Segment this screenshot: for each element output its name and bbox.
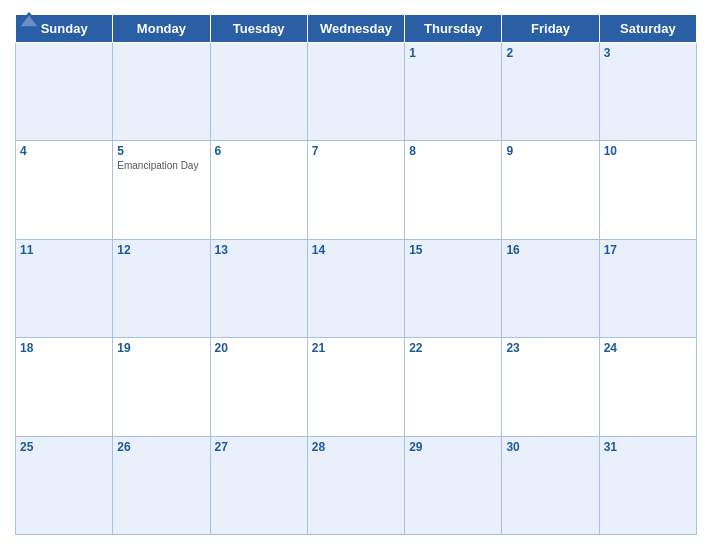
day-number: 14: [312, 243, 400, 257]
calendar-cell: 6: [210, 141, 307, 239]
calendar-cell: 12: [113, 239, 210, 337]
calendar-cell: 9: [502, 141, 599, 239]
day-headers-row: SundayMondayTuesdayWednesdayThursdayFrid…: [16, 15, 697, 43]
calendar-cell: 31: [599, 436, 696, 534]
day-number: 23: [506, 341, 594, 355]
week-row-2: 45Emancipation Day678910: [16, 141, 697, 239]
calendar-cell: 5Emancipation Day: [113, 141, 210, 239]
calendar-cell: 18: [16, 338, 113, 436]
day-number: 3: [604, 46, 692, 60]
day-number: 24: [604, 341, 692, 355]
calendar-cell: 25: [16, 436, 113, 534]
day-number: 22: [409, 341, 497, 355]
day-number: 20: [215, 341, 303, 355]
day-number: 21: [312, 341, 400, 355]
calendar-cell: 4: [16, 141, 113, 239]
day-header-wednesday: Wednesday: [307, 15, 404, 43]
day-number: 9: [506, 144, 594, 158]
day-header-friday: Friday: [502, 15, 599, 43]
logo: [15, 10, 46, 30]
day-number: 27: [215, 440, 303, 454]
calendar-cell: 2: [502, 43, 599, 141]
day-number: 19: [117, 341, 205, 355]
day-header-saturday: Saturday: [599, 15, 696, 43]
calendar-cell: 21: [307, 338, 404, 436]
day-header-tuesday: Tuesday: [210, 15, 307, 43]
calendar-cell: 10: [599, 141, 696, 239]
holiday-label: Emancipation Day: [117, 160, 205, 172]
calendar-cell: 3: [599, 43, 696, 141]
day-number: 6: [215, 144, 303, 158]
week-row-5: 25262728293031: [16, 436, 697, 534]
calendar-cell: [16, 43, 113, 141]
calendar-cell: 7: [307, 141, 404, 239]
day-number: 2: [506, 46, 594, 60]
calendar-cell: [307, 43, 404, 141]
day-number: 28: [312, 440, 400, 454]
logo-icon: [15, 10, 43, 30]
calendar-cell: 1: [405, 43, 502, 141]
calendar-cell: 19: [113, 338, 210, 436]
day-number: 31: [604, 440, 692, 454]
calendar-cell: 28: [307, 436, 404, 534]
day-number: 8: [409, 144, 497, 158]
day-header-monday: Monday: [113, 15, 210, 43]
calendar-cell: 8: [405, 141, 502, 239]
day-number: 10: [604, 144, 692, 158]
day-number: 30: [506, 440, 594, 454]
calendar-table: SundayMondayTuesdayWednesdayThursdayFrid…: [15, 14, 697, 535]
calendar-cell: 13: [210, 239, 307, 337]
calendar-cell: 17: [599, 239, 696, 337]
day-number: 29: [409, 440, 497, 454]
day-number: 26: [117, 440, 205, 454]
calendar-cell: 16: [502, 239, 599, 337]
day-header-thursday: Thursday: [405, 15, 502, 43]
day-number: 12: [117, 243, 205, 257]
day-number: 25: [20, 440, 108, 454]
calendar-cell: 14: [307, 239, 404, 337]
day-number: 18: [20, 341, 108, 355]
calendar-cell: [113, 43, 210, 141]
calendar-cell: 26: [113, 436, 210, 534]
day-number: 17: [604, 243, 692, 257]
calendar-cell: 23: [502, 338, 599, 436]
week-row-3: 11121314151617: [16, 239, 697, 337]
calendar-cell: 11: [16, 239, 113, 337]
day-number: 16: [506, 243, 594, 257]
calendar-cell: 29: [405, 436, 502, 534]
day-number: 11: [20, 243, 108, 257]
day-number: 7: [312, 144, 400, 158]
calendar-cell: 27: [210, 436, 307, 534]
day-number: 5: [117, 144, 205, 158]
calendar-cell: 22: [405, 338, 502, 436]
day-number: 1: [409, 46, 497, 60]
calendar-cell: 30: [502, 436, 599, 534]
day-number: 13: [215, 243, 303, 257]
calendar-cell: 24: [599, 338, 696, 436]
day-number: 4: [20, 144, 108, 158]
calendar-cell: 15: [405, 239, 502, 337]
day-number: 15: [409, 243, 497, 257]
week-row-1: 123: [16, 43, 697, 141]
calendar-cell: [210, 43, 307, 141]
week-row-4: 18192021222324: [16, 338, 697, 436]
calendar-cell: 20: [210, 338, 307, 436]
